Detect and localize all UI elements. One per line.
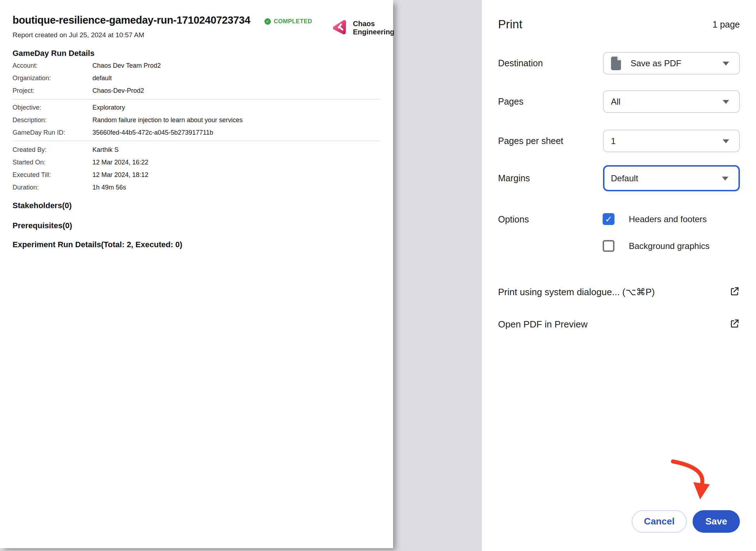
document-preview-page: boutique-resilience-gameday-run-17102407… xyxy=(0,0,393,548)
background-graphics-checkbox[interactable] xyxy=(603,240,614,252)
open-pdf-preview-link[interactable]: Open PDF in Preview xyxy=(498,315,740,333)
print-dialog: Print 1 page Destination Save as PDF Pag… xyxy=(482,0,756,551)
detail-row: Executed Till:12 Mar 2024, 18:12 xyxy=(13,171,148,179)
pages-per-sheet-value: 1 xyxy=(611,136,616,146)
chaos-engineering-logo: Chaos Engineering xyxy=(331,19,394,37)
pages-value: All xyxy=(611,97,621,107)
external-link-icon xyxy=(729,318,740,330)
page-count: 1 page xyxy=(713,19,740,30)
destination-row: Destination Save as PDF xyxy=(498,51,740,75)
check-circle-icon: ✓ xyxy=(264,18,271,25)
detail-row: Account:Chaos Dev Team Prod2 xyxy=(13,61,161,70)
margins-label: Margins xyxy=(498,173,603,183)
pages-select[interactable]: All xyxy=(603,90,740,113)
status-badge: ✓ COMPLETED xyxy=(264,18,312,25)
detail-row: Project:Chaos-Dev-Prod2 xyxy=(13,86,144,95)
gameday-details-heading: GameDay Run Details xyxy=(13,49,95,58)
background-graphics-option: Background graphics xyxy=(603,240,740,252)
logo-text: Chaos Engineering xyxy=(353,20,394,36)
detail-row: Started On:12 Mar 2024, 16:22 xyxy=(13,158,148,167)
detail-row: GameDay Run ID:35660fed-44b5-472c-a045-5… xyxy=(13,128,213,137)
chevron-down-icon xyxy=(723,139,729,143)
destination-value: Save as PDF xyxy=(631,58,681,68)
print-dialog-header: Print 1 page xyxy=(498,16,740,33)
system-dialog-link[interactable]: Print using system dialogue... (⌥⌘P) xyxy=(498,283,740,301)
prerequisites-heading: Prerequisites(0) xyxy=(13,221,72,230)
report-title: boutique-resilience-gameday-run-17102407… xyxy=(13,14,250,26)
headers-footers-checkbox[interactable]: ✓ xyxy=(603,213,614,225)
pages-per-sheet-label: Pages per sheet xyxy=(498,136,603,146)
detail-row: Objective:Exploratory xyxy=(13,103,125,112)
background-graphics-label: Background graphics xyxy=(629,241,709,251)
external-link-icon xyxy=(729,286,740,298)
experiment-run-details-heading: Experiment Run Details(Total: 2, Execute… xyxy=(13,240,182,249)
destination-label: Destination xyxy=(498,58,603,68)
detail-row: Description:Random failure injection to … xyxy=(13,116,243,124)
margins-value: Default xyxy=(611,173,638,183)
pdf-file-icon xyxy=(611,57,622,70)
save-button[interactable]: Save xyxy=(693,510,740,533)
headers-footers-option: ✓ Headers and footers xyxy=(603,213,740,225)
report-created-line: Report created on Jul 25, 2024 at 10:57 … xyxy=(13,31,144,39)
destination-select[interactable]: Save as PDF xyxy=(603,52,740,75)
pages-per-sheet-row: Pages per sheet 1 xyxy=(498,129,740,153)
detail-row: Created By:Karthik S xyxy=(13,145,119,154)
chevron-down-icon xyxy=(723,100,729,104)
status-badge-label: COMPLETED xyxy=(274,18,312,25)
options-label: Options xyxy=(498,214,529,225)
stakeholders-heading: Stakeholders(0) xyxy=(13,201,72,210)
divider xyxy=(13,99,381,100)
print-preview-screen: boutique-resilience-gameday-run-17102407… xyxy=(0,0,756,551)
detail-row: Duration:1h 49m 56s xyxy=(13,183,126,192)
cancel-button[interactable]: Cancel xyxy=(632,510,687,533)
pages-label: Pages xyxy=(498,96,603,107)
chaos-pinwheel-icon xyxy=(331,19,348,37)
margins-select[interactable]: Default xyxy=(603,165,740,191)
margins-row: Margins Default xyxy=(498,165,740,192)
print-title: Print xyxy=(498,18,522,31)
detail-row: Organization:default xyxy=(13,74,112,82)
pages-row: Pages All xyxy=(498,90,740,114)
pages-per-sheet-select[interactable]: 1 xyxy=(603,130,740,152)
chevron-down-icon xyxy=(722,177,728,181)
divider xyxy=(13,140,381,141)
chevron-down-icon xyxy=(723,62,729,66)
headers-footers-label: Headers and footers xyxy=(629,214,707,224)
